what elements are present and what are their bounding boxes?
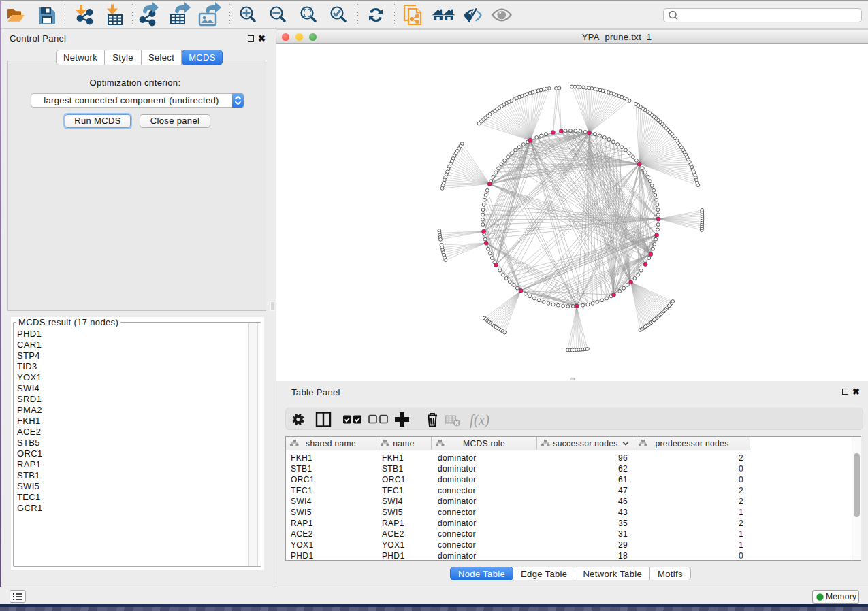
svg-text:f(x): f(x)	[470, 412, 489, 428]
